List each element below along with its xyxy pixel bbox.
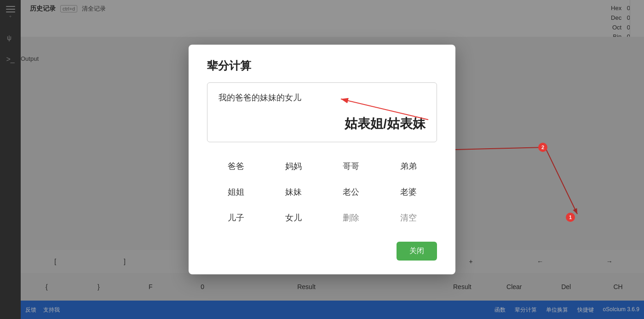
- input-expression: 我的爸爸的妹妹的女儿: [218, 92, 426, 104]
- modal-overlay: 辈分计算 我的爸爸的妹妹的女儿 姑表姐/姑表妹 爸爸 妈妈 哥哥 弟弟 姐: [0, 0, 644, 319]
- modal-dialog: 辈分计算 我的爸爸的妹妹的女儿 姑表姐/姑表妹 爸爸 妈妈 哥哥 弟弟 姐: [189, 45, 455, 274]
- modal-display: 我的爸爸的妹妹的女儿 姑表姐/姑表妹: [207, 82, 437, 142]
- modal-footer: 关闭: [207, 242, 437, 261]
- gege-btn[interactable]: 哥哥: [322, 153, 380, 179]
- nver-btn[interactable]: 女儿: [264, 205, 322, 231]
- jiejie-btn[interactable]: 姐姐: [207, 179, 264, 205]
- laopo-btn[interactable]: 老婆: [380, 179, 437, 205]
- meimei-btn[interactable]: 妹妹: [264, 179, 322, 205]
- modal-title: 辈分计算: [207, 58, 437, 73]
- keypad: 爸爸 妈妈 哥哥 弟弟 姐姐 妹妹 老公 老婆 儿子 女儿 删除 清空: [207, 153, 437, 231]
- annotation-2: 2: [538, 143, 547, 152]
- annotation-1: 1: [566, 213, 575, 222]
- laogong-btn[interactable]: 老公: [322, 179, 380, 205]
- didi-btn[interactable]: 弟弟: [380, 153, 437, 179]
- close-button[interactable]: 关闭: [397, 242, 437, 261]
- baba-btn[interactable]: 爸爸: [207, 153, 264, 179]
- result-expression: 姑表姐/姑表妹: [218, 115, 426, 133]
- clear-all-btn[interactable]: 清空: [380, 205, 437, 231]
- mama-btn[interactable]: 妈妈: [264, 153, 322, 179]
- erzi-btn[interactable]: 儿子: [207, 205, 264, 231]
- delete-btn[interactable]: 删除: [322, 205, 380, 231]
